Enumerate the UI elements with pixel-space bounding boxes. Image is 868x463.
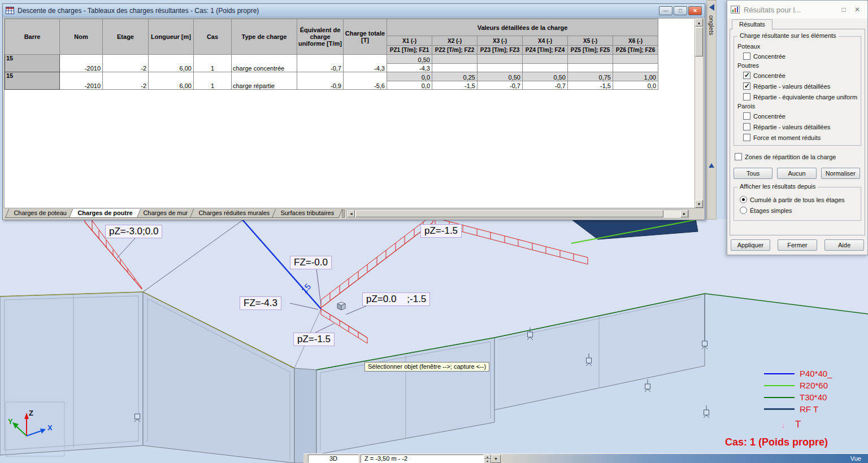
column-header[interactable]: Cas <box>194 19 232 55</box>
restore-button[interactable]: □ <box>674 6 687 15</box>
cell-cas[interactable]: 1 <box>194 55 232 72</box>
radio-etages-simples[interactable]: Étages simples <box>740 205 860 216</box>
cell-value[interactable]: 0,0 <box>387 72 432 81</box>
cell-value[interactable] <box>478 64 523 72</box>
cell-etage[interactable]: -2 <box>103 55 149 72</box>
tab-resultats[interactable]: Résultats <box>732 19 772 30</box>
tab-surfaces-tributaires[interactable]: Surfaces tributaires <box>271 209 342 218</box>
checkbox-poutres-concentree[interactable]: Concentrée <box>743 70 860 81</box>
cell-value[interactable]: 1,00 <box>613 72 658 81</box>
cell-barre[interactable]: 15 <box>5 55 60 72</box>
cell-type[interactable]: charge répartie <box>232 72 297 90</box>
scroll-down-icon[interactable]: ▼ <box>695 200 703 208</box>
dialog-restore-button[interactable]: □ <box>837 4 850 15</box>
spinner-down-icon[interactable]: ▼ <box>484 459 491 463</box>
cell-etage[interactable]: -2 <box>103 72 149 90</box>
cell-totale[interactable]: -5,6 <box>344 72 387 90</box>
radio-cumule-tous-etages[interactable]: Cumulé à partir de tous les étages <box>740 194 860 205</box>
cell-cas[interactable]: 1 <box>194 72 232 90</box>
window-titlebar[interactable]: Descente de charges - Tableaux des charg… <box>3 4 705 18</box>
view-mode-dropdown[interactable]: 3D <box>308 455 359 463</box>
legend-label: R20*60 <box>800 381 828 390</box>
checkbox-parois-concentree[interactable]: Concentrée <box>743 111 860 121</box>
table-row[interactable]: 15 -2010 -2 6,00 1 charge répartie -0,9 … <box>5 72 658 81</box>
z-level-combo[interactable]: Z = -3,50 m - -2 <box>361 455 484 463</box>
spinner-up-icon[interactable]: ▲ <box>484 455 491 459</box>
scroll-tabs-up-icon[interactable] <box>709 163 714 168</box>
cell-value[interactable]: 0,0 <box>613 81 658 90</box>
column-header[interactable]: Etage <box>103 19 149 55</box>
z-level-dropdown-icon[interactable]: ▼ <box>491 455 501 463</box>
cell-longueur[interactable]: 6,00 <box>149 55 194 72</box>
cell-barre[interactable]: 15 <box>5 72 60 90</box>
checkbox-parois-force-moment[interactable]: Force et moment réduits <box>743 132 860 143</box>
cell-value[interactable] <box>568 55 613 64</box>
tous-button[interactable]: Tous <box>734 168 772 179</box>
checkbox-poutres-repartie-detaillees[interactable]: Répartie - valeurs détaillées <box>743 81 860 91</box>
scroll-left-icon[interactable]: ◄ <box>347 210 355 217</box>
cell-value[interactable]: -1,5 <box>432 81 478 90</box>
aucun-button[interactable]: Aucun <box>777 168 816 179</box>
cell-nom[interactable]: -2010 <box>60 55 103 72</box>
cell-type[interactable]: charge concentrée <box>232 55 297 72</box>
scroll-right-icon[interactable]: ► <box>680 210 688 217</box>
horizontal-scrollbar[interactable]: ◄ ► <box>346 209 689 219</box>
cell-value[interactable]: -0,7 <box>478 81 523 90</box>
checkbox-poteaux-concentree[interactable]: Concentrée <box>743 51 860 62</box>
checkbox-icon <box>735 153 742 160</box>
tab-charges-de-mur[interactable]: Charges de mur <box>134 209 196 218</box>
tab-charges-de-poteau[interactable]: Charges de poteau <box>5 209 75 218</box>
dialog-close-button[interactable]: ✕ <box>850 4 864 15</box>
checkbox-icon <box>743 112 750 120</box>
horizontal-scroll-thumb[interactable] <box>355 210 663 217</box>
table-row[interactable]: 15 -2010 -2 6,00 1 charge concentrée -0,… <box>5 55 658 64</box>
cell-value[interactable]: -0,7 <box>523 81 568 90</box>
column-header[interactable]: Barre <box>5 19 60 55</box>
column-header[interactable]: Charge totale [T] <box>344 19 387 55</box>
cell-value[interactable]: 0,75 <box>568 72 613 81</box>
cell-value[interactable]: -1,5 <box>568 81 613 90</box>
cell-value[interactable] <box>613 64 658 72</box>
cell-value[interactable] <box>523 64 568 72</box>
z-level-spinner[interactable]: ▲ ▼ <box>484 455 491 463</box>
cell-value[interactable] <box>478 55 523 64</box>
vertical-scroll-thumb[interactable] <box>695 27 703 56</box>
dialog-titlebar[interactable]: Résultats pour l... □ ✕ <box>727 1 867 19</box>
vertical-scrollbar[interactable]: ▲ ▼ <box>695 18 704 208</box>
tab-scroll-splitter[interactable] <box>342 209 345 218</box>
cell-value[interactable] <box>568 64 613 72</box>
cell-value[interactable] <box>613 55 658 64</box>
load-arrow-icon: ↓ <box>781 420 785 430</box>
tab-charges-reduites-murales[interactable]: Charges réduites murales <box>189 209 277 218</box>
appliquer-button[interactable]: Appliquer <box>731 239 770 251</box>
checkbox-zones-repartition[interactable]: Zones de répartition de la charge <box>735 151 861 162</box>
aide-button[interactable]: Aide <box>824 239 864 251</box>
cell-value[interactable]: 0,0 <box>387 81 432 90</box>
cell-value[interactable] <box>432 64 478 72</box>
cell-value[interactable]: 0,50 <box>523 72 568 81</box>
column-header[interactable]: Équivalent de charge uniforme [T/m] <box>297 19 344 55</box>
normaliser-button[interactable]: Normaliser <box>821 168 860 179</box>
column-header[interactable]: Nom <box>60 19 103 55</box>
cell-nom[interactable]: -2010 <box>60 72 103 90</box>
cell-value[interactable]: 0,25 <box>432 72 478 81</box>
scroll-up-icon[interactable]: ▲ <box>695 19 703 27</box>
collapse-left-icon[interactable] <box>709 4 714 11</box>
column-header[interactable]: Type de charge <box>232 19 297 55</box>
cell-value[interactable]: -4,3 <box>387 64 432 72</box>
close-button[interactable]: ✕ <box>688 6 702 15</box>
minimize-button[interactable]: — <box>659 6 672 15</box>
fermer-button[interactable]: Fermer <box>778 239 817 251</box>
cell-value[interactable] <box>432 55 478 64</box>
column-header[interactable]: Longueur [m] <box>149 19 194 55</box>
checkbox-parois-repartie-detaillees[interactable]: Répartie - valeurs détaillées <box>743 121 860 132</box>
cell-totale[interactable]: -4,3 <box>344 55 387 72</box>
cell-value[interactable]: 0,50 <box>478 72 523 81</box>
cell-longueur[interactable]: 6,00 <box>149 72 194 90</box>
cell-value[interactable] <box>523 55 568 64</box>
tab-charges-de-poutre[interactable]: Charges de poutre <box>68 209 141 218</box>
cell-value[interactable]: 0,50 <box>387 55 432 64</box>
cell-equivalent[interactable]: -0,7 <box>297 55 344 72</box>
checkbox-poutres-repartie-equivalente[interactable]: Répartie - équivalente charge uniform <box>743 91 860 102</box>
cell-equivalent[interactable]: -0,9 <box>297 72 344 90</box>
